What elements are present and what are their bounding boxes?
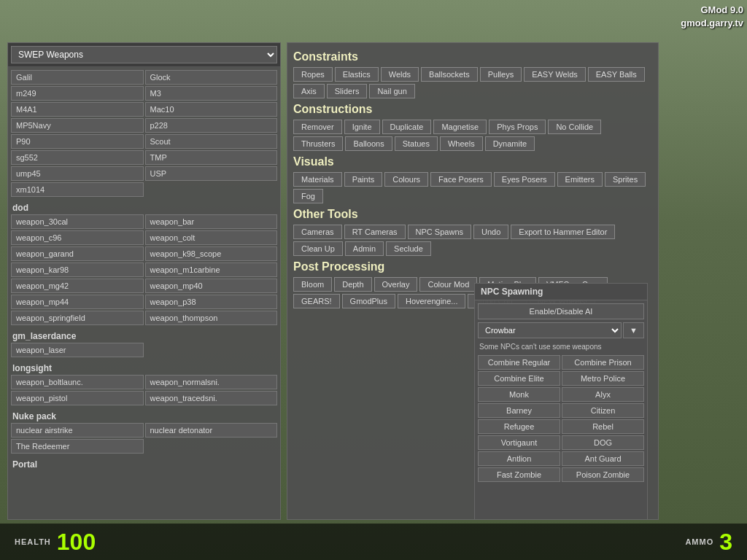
weapon-btn[interactable]: P90 <box>11 134 144 149</box>
tool-btn[interactable]: Sprites <box>605 172 646 187</box>
weapon-btn[interactable]: sg552 <box>11 150 144 165</box>
tool-btn[interactable]: Hoverengine... <box>398 294 466 308</box>
weapon-btn[interactable]: Glock <box>145 70 278 85</box>
weapon-btn[interactable]: weapon_m1carbine <box>145 262 278 277</box>
npc-spawn-btn[interactable]: Combine Prison <box>562 355 644 370</box>
npc-panel-body[interactable]: Enable/Disable AI Crowbar ▼ Some NPCs ca… <box>475 300 647 519</box>
weapon-btn[interactable]: weapon_kar98 <box>11 262 144 277</box>
weapon-btn[interactable]: weapon_boltlaunc. <box>11 375 144 389</box>
npc-spawn-btn[interactable]: Metro Police <box>562 371 644 386</box>
tool-btn[interactable]: Seclude <box>386 241 431 256</box>
tool-btn[interactable]: Thrusters <box>293 136 343 151</box>
tool-btn[interactable]: Dynamite <box>485 136 535 151</box>
weapon-btn[interactable]: The Redeemer <box>11 439 144 454</box>
tool-btn[interactable]: Clean Up <box>293 241 343 256</box>
weapon-btn[interactable]: Galil <box>11 70 144 85</box>
tool-btn[interactable]: Remover <box>293 120 342 134</box>
tool-btn[interactable]: GEARS! <box>293 294 340 308</box>
tool-btn[interactable]: NPC Spawns <box>408 225 471 239</box>
npc-spawn-btn[interactable]: DOG <box>562 435 644 450</box>
weapon-btn[interactable]: M3 <box>145 86 278 101</box>
weapon-btn[interactable]: weapon_pistol <box>11 391 144 405</box>
tool-btn[interactable]: Sliders <box>327 84 368 98</box>
npc-weapon-dropdown-arrow[interactable]: ▼ <box>623 322 644 338</box>
tool-btn[interactable]: Export to Hammer Editor <box>511 225 615 239</box>
npc-spawn-btn[interactable]: Citizen <box>562 403 644 418</box>
npc-spawn-btn[interactable]: Combine Elite <box>478 371 560 386</box>
weapon-btn[interactable]: MP5Navy <box>11 118 144 133</box>
tool-btn[interactable]: Ignite <box>344 120 380 134</box>
weapon-btn[interactable]: weapon_normalsni. <box>145 375 278 389</box>
tool-btn[interactable]: Fog <box>293 189 323 203</box>
tool-btn[interactable]: Emitters <box>557 172 603 187</box>
npc-spawn-btn[interactable]: Antlion <box>478 451 560 466</box>
tool-btn[interactable]: Balloons <box>345 136 392 151</box>
tool-btn[interactable]: Axis <box>293 84 325 98</box>
weapon-btn[interactable]: TMP <box>145 150 278 165</box>
tool-btn[interactable]: EASY Welds <box>524 67 586 82</box>
npc-spawn-btn[interactable]: Refugee <box>478 419 560 434</box>
weapon-btn[interactable]: weapon_30cal <box>11 214 144 229</box>
weapon-btn[interactable]: nuclear detonator <box>145 423 278 438</box>
tool-btn[interactable]: Welds <box>381 67 419 82</box>
tool-btn[interactable]: Colours <box>384 172 428 187</box>
npc-spawn-btn[interactable]: Ant Guard <box>562 451 644 466</box>
tool-btn[interactable]: RT Cameras <box>344 225 406 239</box>
tool-btn[interactable]: Cameras <box>293 225 342 239</box>
weapon-btn[interactable]: weapon_c96 <box>11 230 144 245</box>
npc-spawn-btn[interactable]: Combine Regular <box>478 355 560 370</box>
weapon-list-scroll[interactable]: GalilGlockm249M3M4A1Mac10MP5Navyp228P90S… <box>8 67 280 519</box>
tool-btn[interactable]: Ropes <box>293 67 333 82</box>
tool-btn[interactable]: Paints <box>344 172 383 187</box>
weapon-btn[interactable]: Mac10 <box>145 102 278 117</box>
weapon-btn[interactable]: Scout <box>145 134 278 149</box>
weapon-btn[interactable]: weapon_springfield <box>11 311 144 325</box>
tool-btn[interactable]: Materials <box>293 172 342 187</box>
tool-btn[interactable]: Overlay <box>374 277 418 292</box>
weapon-category-dropdown[interactable]: SWEP Weapons <box>11 46 277 63</box>
tool-btn[interactable]: Undo <box>473 225 508 239</box>
tool-btn[interactable]: Pulleys <box>480 67 522 82</box>
tool-btn[interactable]: Face Posers <box>430 172 492 187</box>
npc-weapon-dropdown[interactable]: Crowbar <box>478 322 622 338</box>
weapon-btn[interactable]: weapon_mp44 <box>11 295 144 309</box>
weapon-btn[interactable]: weapon_k98_scope <box>145 246 278 261</box>
tool-btn[interactable]: Wheels <box>440 136 483 151</box>
tool-btn[interactable]: GmodPlus <box>342 294 395 308</box>
npc-spawn-btn[interactable]: Fast Zombie <box>478 467 560 482</box>
weapon-btn[interactable]: weapon_mp40 <box>145 279 278 293</box>
npc-spawn-btn[interactable]: Barney <box>478 403 560 418</box>
tool-btn[interactable]: Duplicate <box>382 120 432 134</box>
npc-spawn-btn[interactable]: Alyx <box>562 387 644 402</box>
tool-btn[interactable]: Colour Mod <box>419 277 477 292</box>
enable-disable-ai-button[interactable]: Enable/Disable AI <box>478 303 644 319</box>
tool-btn[interactable]: Depth <box>334 277 371 292</box>
weapon-btn[interactable]: weapon_tracedsni. <box>145 391 278 405</box>
npc-spawn-btn[interactable]: Monk <box>478 387 560 402</box>
weapon-btn[interactable]: weapon_garand <box>11 246 144 261</box>
weapon-btn[interactable]: weapon_bar <box>145 214 278 229</box>
tool-btn[interactable]: EASY Balls <box>588 67 645 82</box>
weapon-btn[interactable]: p228 <box>145 118 278 133</box>
tool-btn[interactable]: Magnetise <box>433 120 487 134</box>
weapon-btn[interactable]: m249 <box>11 86 144 101</box>
tool-btn[interactable]: Ballsockets <box>421 67 478 82</box>
tool-btn[interactable]: Admin <box>345 241 384 256</box>
tool-btn[interactable]: Phys Props <box>489 120 546 134</box>
npc-spawn-btn[interactable]: Rebel <box>562 419 644 434</box>
tool-btn[interactable]: Elastics <box>335 67 379 82</box>
npc-spawn-btn[interactable]: Poison Zombie <box>562 467 644 482</box>
weapon-btn[interactable]: weapon_laser <box>11 343 144 357</box>
tool-btn[interactable]: Nail gun <box>369 84 414 98</box>
tool-btn[interactable]: No Collide <box>548 120 601 134</box>
npc-spawn-btn[interactable]: Vortigaunt <box>478 435 560 450</box>
weapon-btn[interactable]: nuclear airstrike <box>11 423 144 438</box>
weapon-btn[interactable]: weapon_p38 <box>145 295 278 309</box>
weapon-btn[interactable]: weapon_colt <box>145 230 278 245</box>
weapon-btn[interactable]: USP <box>145 166 278 181</box>
weapon-btn[interactable]: xm1014 <box>11 182 144 197</box>
tool-btn[interactable]: Statues <box>395 136 438 151</box>
weapon-btn[interactable]: weapon_thompson <box>145 311 278 325</box>
weapon-btn[interactable]: M4A1 <box>11 102 144 117</box>
weapon-btn[interactable]: weapon_mg42 <box>11 279 144 293</box>
